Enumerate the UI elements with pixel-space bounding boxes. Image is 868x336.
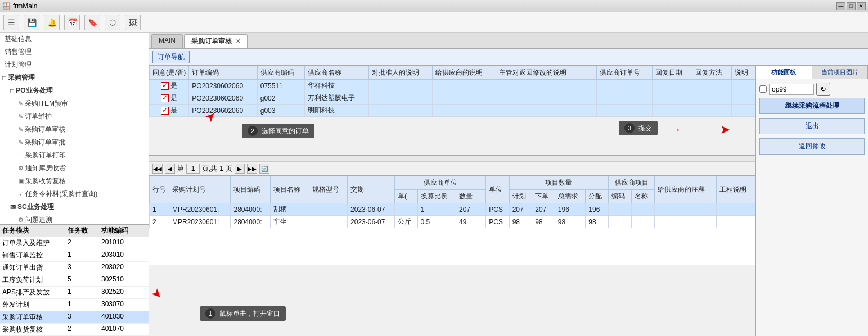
save-icon[interactable]: 💾 xyxy=(24,15,39,30)
sidebar-container: 基础信息 销售管理 计划管理 □采购管理 □PO业务处理 ✎ 采购ITEM预审 … xyxy=(0,33,149,336)
task-row-2[interactable]: 通知订单出货 3 203020 xyxy=(0,262,149,274)
sidebar-item-sc[interactable]: ✉ SC业务处理 xyxy=(0,201,149,214)
task-row-purchase-audit[interactable]: 采购订单审核 3 401030 xyxy=(0,311,149,324)
task-row-1[interactable]: 销售订单监控 1 203010 xyxy=(0,249,149,262)
task-count-4: 1 xyxy=(68,288,101,297)
order-nav-button[interactable]: 订单导航 xyxy=(152,51,190,63)
task-row-4[interactable]: APS排产及发放 1 302520 xyxy=(0,287,149,299)
task-col-module: 任务模块 xyxy=(2,226,68,235)
task-row-7[interactable]: 采购收货复核 2 401070 xyxy=(0,324,149,336)
d-item-code-0: 2804000: xyxy=(231,203,271,216)
right-refresh-button[interactable]: ↻ xyxy=(816,83,830,96)
refresh-button[interactable]: 🔄 xyxy=(259,164,269,174)
sidebar-item-item-review[interactable]: ✎ 采购ITEM预审 xyxy=(0,97,149,110)
col-supplier-name: 供应商名称 xyxy=(305,66,368,80)
sidebar-item-receive-review[interactable]: ▣ 采购收货复核 xyxy=(0,175,149,188)
sidebar-item-plan[interactable]: 计划管理 xyxy=(0,58,149,71)
upper-row-2[interactable]: 是 PO20230602060 g003 明阳科技 xyxy=(150,105,755,117)
minus2-icon: □ xyxy=(10,87,14,95)
sidebar-item-order-print[interactable]: ☐ 采购订单打印 xyxy=(0,149,149,162)
minimize-button[interactable]: — xyxy=(836,2,845,10)
sidebar-item-notify-stock[interactable]: ⚙ 通知库房收货 xyxy=(0,162,149,175)
next-page-button[interactable]: ▶ xyxy=(235,164,245,174)
right-filter-checkbox[interactable] xyxy=(759,85,767,93)
image-icon[interactable]: 🖼 xyxy=(125,15,141,30)
d-item-code-1: 2804000: xyxy=(231,216,271,228)
task-panel-header: 任务模块 任务数 功能编码 xyxy=(0,225,149,237)
d-s-name-0 xyxy=(632,203,655,216)
d-single-1: 公斤 xyxy=(395,216,418,228)
agree-cell-2[interactable]: 是 xyxy=(150,105,189,117)
prev-page-button[interactable]: ◀ xyxy=(165,164,175,174)
d-spec-1 xyxy=(309,216,347,228)
d-order-qty-0: 207 xyxy=(532,203,555,216)
content-area: MAIN 采购订单审核 ✕ 订单导航 xyxy=(149,33,868,336)
sidebar-item-trace[interactable]: ⚙ 问题追溯 xyxy=(0,214,149,224)
detail-col-spec: 规格型号 xyxy=(309,176,347,203)
approver-note-2 xyxy=(368,105,432,117)
checkbox-yes-0[interactable] xyxy=(161,82,169,90)
page-input[interactable]: 1 xyxy=(186,164,200,174)
sidebar-item-sales[interactable]: 销售管理 xyxy=(0,46,149,58)
task-module-5: 外发计划 xyxy=(2,300,68,310)
maximize-button[interactable]: □ xyxy=(847,2,856,10)
sidebar-item-order-approve[interactable]: ✎ 采购订单审批 xyxy=(0,136,149,149)
d-plan-1: MPR20230601: xyxy=(169,216,231,228)
notification-icon[interactable]: 🔔 xyxy=(44,15,60,30)
task-code-3: 302510 xyxy=(101,275,146,285)
d-item-name-0: 刮柄 xyxy=(271,203,309,216)
d-plan-qty-0: 207 xyxy=(509,203,532,216)
d-unit-1: PCS xyxy=(486,216,509,228)
menu-icon[interactable]: ☰ xyxy=(3,15,19,30)
last-page-button[interactable]: ▶▶ xyxy=(247,164,257,174)
d-spec-0 xyxy=(309,203,347,216)
detail-col-delivery: 交期 xyxy=(348,176,395,203)
sidebar-item-task-query[interactable]: ☑ 任务令补料(采购件查询) xyxy=(0,188,149,201)
task-row-3[interactable]: 工序负荷计划 5 302510 xyxy=(0,274,149,287)
sidebar-item-order-audit[interactable]: ✎ 采购订单审核 xyxy=(0,123,149,136)
detail-col-plan: 采购计划号 xyxy=(169,176,231,203)
col-approver-note: 对批准人的说明 xyxy=(368,66,432,80)
shape-icon[interactable]: ⬡ xyxy=(105,15,120,30)
agree-cell-1[interactable]: 是 xyxy=(150,92,189,105)
tab-close-icon[interactable]: ✕ xyxy=(236,38,240,44)
sidebar-item-po[interactable]: □PO业务处理 xyxy=(0,84,149,97)
return-modify-button[interactable]: 返回修改 xyxy=(759,138,865,155)
col-supplier-order: 供应商订单号 xyxy=(597,66,653,80)
task-row-0[interactable]: 订单录入及维护 2 201010 xyxy=(0,237,149,249)
col-agree: 同意(是/否) xyxy=(150,66,189,80)
upper-row-0[interactable]: 是 PO20230602060 075511 华祥科技 xyxy=(150,80,755,92)
detail-sub-alloc: 分配 xyxy=(586,190,609,203)
sidebar-item-order-maintain[interactable]: ✎ 订单维护 xyxy=(0,110,149,123)
task-module-4: APS排产及发放 xyxy=(2,288,68,297)
d-ratio-0: 1 xyxy=(417,203,456,216)
sidebar-item-basics[interactable]: 基础信息 xyxy=(0,33,149,46)
tab-purchase-audit[interactable]: 采购订单审核 ✕ xyxy=(184,34,248,48)
task-row-5[interactable]: 外发计划 1 303070 xyxy=(0,299,149,311)
checkbox-yes-1[interactable] xyxy=(161,94,169,102)
bookmark-icon[interactable]: 🔖 xyxy=(84,15,100,30)
tab-main[interactable]: MAIN xyxy=(151,34,183,48)
sidebar-item-purchase[interactable]: □采购管理 xyxy=(0,71,149,84)
total-label: 页,共 xyxy=(202,164,217,174)
checkbox-yes-2[interactable] xyxy=(161,107,169,115)
d-note-1 xyxy=(655,216,717,228)
exit-button[interactable]: 退出 xyxy=(759,118,865,134)
close-button[interactable]: ✕ xyxy=(857,2,866,10)
d-alloc-qty-0: 196 xyxy=(586,203,609,216)
detail-row-0[interactable]: 1 MPR20230601: 2804000: 刮柄 2023-06-07 1 … xyxy=(150,203,755,216)
agree-cell-0[interactable]: 是 xyxy=(150,80,189,92)
upper-row-1[interactable]: 是 PO20230602060 g002 万利达塑胶电子 xyxy=(150,92,755,105)
tab-purchase-label: 采购订单审核 xyxy=(191,37,232,45)
right-tab-image[interactable]: 当前项目图片 xyxy=(812,66,869,79)
toolbar: ☰ 💾 🔔 📅 🔖 ⬡ 🖼 xyxy=(0,12,868,33)
reply-date-0 xyxy=(653,80,692,92)
first-page-button[interactable]: ◀◀ xyxy=(152,164,163,174)
right-filter-input[interactable] xyxy=(769,84,814,95)
right-tab-functions[interactable]: 功能面板 xyxy=(756,66,812,79)
detail-row-1[interactable]: 2 MPR20230601: 2804000: 车坐 2023-06-07 公斤… xyxy=(150,216,755,228)
continue-process-button[interactable]: 继续采购流程处理 xyxy=(759,98,865,114)
h-scrollbar[interactable] xyxy=(149,156,755,161)
calendar-icon[interactable]: 📅 xyxy=(64,15,80,30)
window-title: frmMain xyxy=(13,2,37,10)
